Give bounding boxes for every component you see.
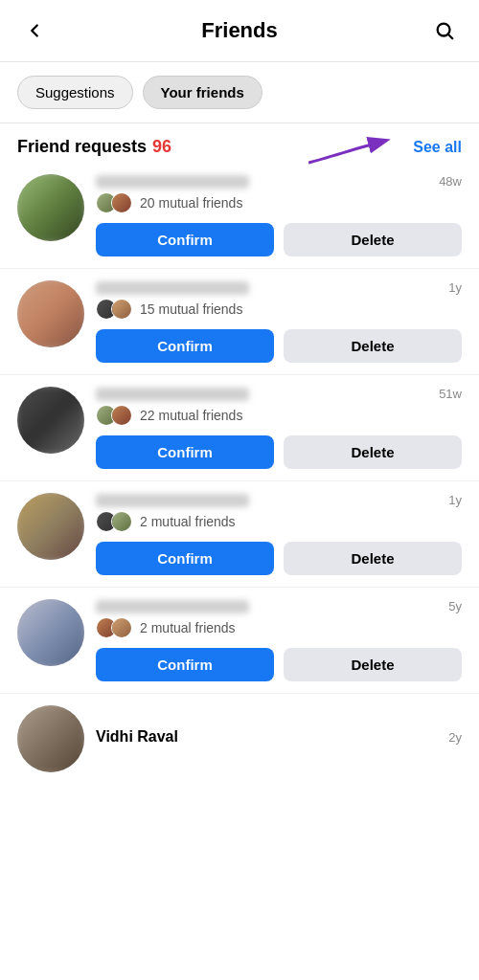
- mutual-text: 2 mutual friends: [140, 620, 236, 635]
- time-ago: 2y: [448, 730, 462, 745]
- mini-avatar: [111, 511, 132, 532]
- mutual-friends-row: 22 mutual friends: [96, 405, 462, 426]
- request-info: 1y 2 mutual friends Confirm Delete: [96, 493, 462, 575]
- delete-button[interactable]: Delete: [284, 329, 462, 363]
- mutual-avatars: [96, 405, 126, 426]
- section-title: Friend requests: [17, 137, 147, 157]
- mutual-text: 22 mutual friends: [140, 408, 242, 423]
- time-ago: 1y: [448, 493, 462, 507]
- avatar: [17, 280, 84, 347]
- list-item: 1y 2 mutual friends Confirm Delete: [0, 481, 479, 588]
- mini-avatar: [111, 405, 132, 426]
- time-ago: 51w: [439, 387, 462, 401]
- request-info: 1y 15 mutual friends Confirm Delete: [96, 280, 462, 363]
- list-item: 51w 22 mutual friends Confirm Delete: [0, 375, 479, 481]
- list-item: 1y 15 mutual friends Confirm Delete: [0, 269, 479, 375]
- delete-button[interactable]: Delete: [284, 435, 462, 469]
- person-name: [96, 281, 249, 295]
- avatar: [17, 705, 84, 772]
- list-item: Vidhi Raval 2y: [0, 694, 479, 784]
- mutual-text: 2 mutual friends: [140, 514, 236, 529]
- mutual-friends-row: 15 mutual friends: [96, 299, 462, 320]
- mutual-friends-row: 2 mutual friends: [96, 617, 462, 638]
- tabs-row: Suggestions Your friends: [0, 62, 479, 123]
- confirm-button[interactable]: Confirm: [96, 435, 274, 469]
- time-ago: 48w: [439, 174, 462, 189]
- action-buttons: Confirm Delete: [96, 648, 462, 681]
- delete-button[interactable]: Delete: [284, 542, 462, 575]
- action-buttons: Confirm Delete: [96, 223, 462, 256]
- name-row: 1y: [96, 280, 462, 295]
- name-row: 48w: [96, 174, 462, 189]
- mutual-text: 20 mutual friends: [140, 195, 242, 211]
- name-row: 51w: [96, 387, 462, 401]
- request-info: 51w 22 mutual friends Confirm Delete: [96, 387, 462, 469]
- mini-avatar: [111, 192, 132, 213]
- name-row: Vidhi Raval 2y: [96, 728, 462, 746]
- section-title-row: Friend requests 96: [17, 137, 171, 157]
- delete-button[interactable]: Delete: [284, 223, 462, 256]
- svg-line-1: [448, 34, 452, 38]
- mutual-avatars: [96, 299, 126, 320]
- request-list: 48w 20 mutual friends Confirm Delete: [0, 163, 479, 784]
- mutual-avatars: [96, 511, 126, 532]
- time-ago: 5y: [448, 599, 462, 613]
- person-name: [96, 175, 249, 189]
- request-info: 5y 2 mutual friends Confirm Delete: [96, 599, 462, 681]
- name-row: 5y: [96, 599, 462, 613]
- list-item: 5y 2 mutual friends Confirm Delete: [0, 588, 479, 694]
- person-name: [96, 388, 249, 401]
- action-buttons: Confirm Delete: [96, 542, 462, 575]
- header: Friends: [0, 0, 479, 62]
- mutual-text: 15 mutual friends: [140, 301, 242, 317]
- avatar: [17, 599, 84, 666]
- confirm-button[interactable]: Confirm: [96, 329, 274, 363]
- name-row: 1y: [96, 493, 462, 507]
- page-title: Friends: [201, 18, 277, 43]
- action-buttons: Confirm Delete: [96, 435, 462, 469]
- section-header: Friend requests 96 See all: [0, 123, 479, 163]
- tab-suggestions[interactable]: Suggestions: [17, 76, 133, 109]
- person-name: Vidhi Raval: [96, 728, 178, 746]
- avatar: [17, 174, 84, 241]
- avatar: [17, 493, 84, 560]
- delete-button[interactable]: Delete: [284, 648, 462, 681]
- avatar: [17, 387, 84, 454]
- confirm-button[interactable]: Confirm: [96, 223, 274, 256]
- time-ago: 1y: [448, 280, 462, 295]
- mutual-friends-row: 2 mutual friends: [96, 511, 462, 532]
- see-all-link[interactable]: See all: [413, 139, 462, 156]
- request-info: 48w 20 mutual friends Confirm Delete: [96, 174, 462, 256]
- mutual-friends-row: 20 mutual friends: [96, 192, 462, 213]
- mini-avatar: [111, 299, 132, 320]
- arrow-annotation: [308, 129, 395, 167]
- list-item: 48w 20 mutual friends Confirm Delete: [0, 163, 479, 269]
- mutual-avatars: [96, 617, 126, 638]
- request-count: 96: [152, 137, 171, 157]
- action-buttons: Confirm Delete: [96, 329, 462, 363]
- person-name: [96, 600, 249, 613]
- search-button[interactable]: [427, 13, 462, 48]
- request-info: Vidhi Raval 2y: [96, 728, 462, 749]
- confirm-button[interactable]: Confirm: [96, 542, 274, 575]
- confirm-button[interactable]: Confirm: [96, 648, 274, 681]
- back-button[interactable]: [17, 13, 52, 48]
- person-name: [96, 494, 249, 507]
- mutual-avatars: [96, 192, 126, 213]
- tab-your-friends[interactable]: Your friends: [143, 76, 262, 109]
- mini-avatar: [111, 617, 132, 638]
